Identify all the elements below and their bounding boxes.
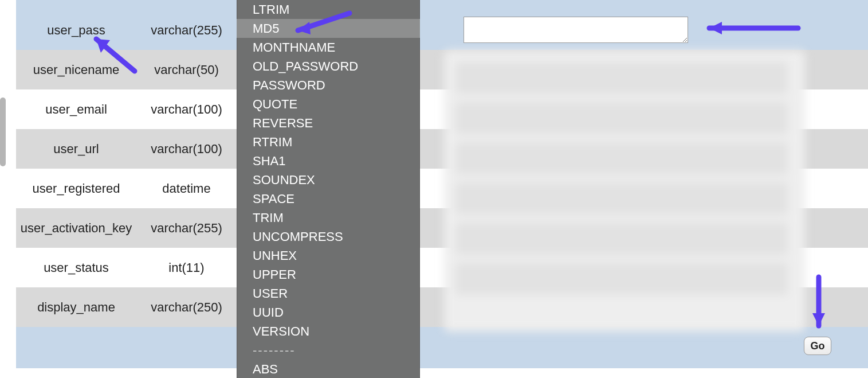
- dropdown-option[interactable]: QUOTE: [237, 95, 420, 114]
- dropdown-option[interactable]: UPPER: [237, 265, 420, 284]
- dropdown-option[interactable]: USER: [237, 284, 420, 303]
- blurred-area: [444, 50, 805, 332]
- dropdown-option[interactable]: SPACE: [237, 189, 420, 208]
- table-row[interactable]: user_pass varchar(255): [16, 10, 868, 50]
- dropdown-option[interactable]: SHA1: [237, 151, 420, 170]
- dropdown-option-selected[interactable]: MD5: [237, 19, 420, 38]
- dropdown-option[interactable]: LTRIM: [237, 0, 420, 19]
- dropdown-option[interactable]: RTRIM: [237, 133, 420, 151]
- row-strip-above: [16, 0, 868, 10]
- field-type: varchar(255): [136, 23, 237, 38]
- dropdown-option[interactable]: TRIM: [237, 208, 420, 227]
- field-name: user_nicename: [16, 63, 136, 77]
- dropdown-option[interactable]: UUID: [237, 303, 420, 322]
- dropdown-option[interactable]: ABS: [237, 360, 420, 378]
- field-type: varchar(100): [136, 102, 237, 117]
- dropdown-option[interactable]: REVERSE: [237, 114, 420, 133]
- dropdown-option[interactable]: UNHEX: [237, 246, 420, 265]
- table-footer: [16, 327, 868, 368]
- dropdown-separator: --------: [237, 341, 420, 360]
- field-type: int(11): [136, 260, 237, 275]
- field-type: varchar(50): [136, 63, 237, 77]
- field-name: user_email: [16, 102, 136, 117]
- dropdown-option[interactable]: UNCOMPRESS: [237, 227, 420, 246]
- dropdown-option[interactable]: PASSWORD: [237, 76, 420, 95]
- value-input-user-pass[interactable]: [464, 17, 688, 43]
- go-button[interactable]: Go: [804, 337, 831, 355]
- dropdown-option[interactable]: SOUNDEX: [237, 170, 420, 189]
- field-name: user_pass: [16, 23, 136, 38]
- field-name: user_url: [16, 142, 136, 157]
- dropdown-option[interactable]: MONTHNAME: [237, 38, 420, 57]
- field-name: user_activation_key: [16, 221, 136, 236]
- field-type: varchar(250): [136, 300, 237, 315]
- dropdown-option[interactable]: VERSION: [237, 322, 420, 341]
- dropdown-option[interactable]: OLD_PASSWORD: [237, 57, 420, 76]
- field-name: display_name: [16, 300, 136, 315]
- left-scrollbar[interactable]: [0, 98, 6, 166]
- field-name: user_status: [16, 260, 136, 275]
- field-type: datetime: [136, 181, 237, 196]
- field-type: varchar(255): [136, 221, 237, 236]
- field-type: varchar(100): [136, 142, 237, 157]
- function-dropdown-list[interactable]: LTRIM MD5 MONTHNAME OLD_PASSWORD PASSWOR…: [237, 0, 420, 378]
- field-name: user_registered: [16, 181, 136, 196]
